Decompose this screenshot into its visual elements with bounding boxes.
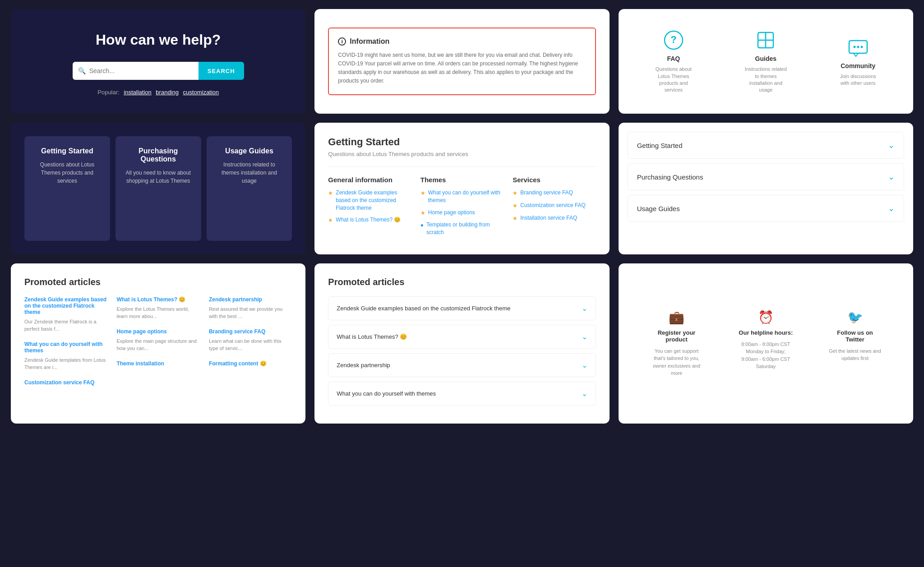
promo-desc-what-is-lotus: Explore the Lotus Themes world, learn mo… (116, 305, 199, 320)
promo-link-branding[interactable]: Branding service FAQ (209, 328, 292, 335)
search-button[interactable]: SEARCH (199, 62, 244, 80)
nav-item-community[interactable]: Community Join discussions with other us… (836, 36, 881, 87)
gs-link-installation[interactable]: ★ Installation service FAQ (513, 214, 596, 222)
nav-community-label: Community (841, 62, 875, 69)
faq-icon: ? (662, 29, 685, 51)
svg-point-8 (860, 46, 863, 48)
tag-installation[interactable]: installation (124, 89, 151, 96)
gs-col-general-title: General information (328, 176, 411, 184)
link-dot-icon: ★ (513, 215, 517, 222)
search-input[interactable] (89, 62, 193, 80)
categories-section: Getting Started Questions about Lotus Th… (11, 123, 305, 254)
social-register-desc: You can get support that's tailored to y… (650, 347, 704, 377)
briefcase-icon: 💼 (669, 310, 684, 325)
twitter-icon: 🐦 (847, 310, 863, 325)
cat-usage-desc: Instructions related to themes installat… (216, 161, 283, 185)
gs-col-services-title: Services (513, 176, 596, 184)
promo-link-what-you-can-do[interactable]: What you can do yourself with themes (24, 341, 107, 354)
popular-label: Popular: (97, 89, 119, 96)
accordion-usage-header[interactable]: Usage Guides ⌄ (628, 195, 904, 221)
nav-item-guides[interactable]: Guides Instructions related to themes in… (743, 29, 788, 94)
promo-link-zendesk-partner[interactable]: Zendesk partnership (209, 296, 292, 303)
nav-faq-label: FAQ (667, 55, 680, 62)
cat-usage-title: Usage Guides (225, 147, 273, 155)
gs-link-customization[interactable]: ★ Customization service FAQ (513, 202, 596, 210)
cat-getting-started[interactable]: Getting Started Questions about Lotus Th… (24, 136, 110, 241)
promo-desc-branding: Learn what can be done with this type of… (209, 337, 292, 352)
promoted-mid-title: Promoted articles (328, 277, 596, 287)
chevron-down-icon: ⌄ (582, 304, 587, 313)
accordion-usage: Usage Guides ⌄ (628, 195, 904, 222)
link-dot-icon: ★ (328, 189, 333, 197)
promo-link-what-is-lotus[interactable]: What is Lotus Themes? 😊 (116, 296, 199, 303)
promo-link-theme-install[interactable]: Theme installation (116, 360, 199, 367)
nav-guides-label: Guides (755, 55, 776, 62)
gs-col-themes-title: Themes (420, 176, 504, 184)
tag-branding[interactable]: branding (156, 89, 179, 96)
promo-acc-label-4: What you can do yourself with themes (337, 390, 436, 397)
gs-link-home-page[interactable]: ★ Home page options (420, 209, 504, 217)
promoted-left-section: Promoted articles Zendesk Guide examples… (11, 263, 305, 424)
gs-title: Getting Started (328, 136, 596, 148)
promo-link-formatting[interactable]: Formatting content 😊 (209, 360, 292, 367)
chevron-down-icon: ⌄ (582, 361, 587, 369)
promo-link-customization[interactable]: Customization service FAQ (24, 379, 107, 386)
popular-tags: Popular: installation branding customiza… (97, 89, 219, 96)
gs-link-what-is-lotus[interactable]: ★ What is Lotus Themes? 😊 (328, 216, 411, 224)
nav-community-desc: Join discussions with other users (836, 73, 881, 87)
promo-acc-label-1: Zendesk Guide examples based on the cust… (337, 305, 510, 312)
cat-purchasing[interactable]: Purchasing Questions All you need to kno… (116, 136, 201, 241)
accordion-getting-started-header[interactable]: Getting Started ⌄ (628, 132, 904, 158)
svg-text:?: ? (670, 34, 676, 45)
gs-col-services: Services ★ Branding service FAQ ★ Custom… (513, 176, 596, 241)
gs-link-what-you-can-do[interactable]: ★ What you can do yourself with themes (420, 189, 504, 204)
promo-link-home-page[interactable]: Home page options (116, 328, 199, 335)
accordion-section: Getting Started ⌄ Purchasing Questions ⌄… (619, 123, 913, 254)
community-icon (847, 36, 869, 59)
promo-col-1: Zendesk Guide examples based on the cust… (24, 296, 107, 388)
cat-purchasing-desc: All you need to know about shopping at L… (125, 169, 192, 185)
nav-section: ? FAQ Questions about Lotus Themes produ… (619, 9, 913, 114)
accordion-purchasing-label: Purchasing Questions (637, 173, 703, 181)
cat-usage-guides[interactable]: Usage Guides Instructions related to the… (207, 136, 292, 241)
accordion-purchasing-header[interactable]: Purchasing Questions ⌄ (628, 164, 904, 190)
promo-acc-label-3: Zendesk partnership (337, 362, 390, 369)
social-item-twitter[interactable]: 🐦 Follow us on Twitter Get the latest ne… (828, 310, 882, 362)
chevron-down-icon: ⌄ (888, 172, 895, 182)
search-bar: 🔍 SEARCH (73, 62, 244, 80)
accordion-purchasing: Purchasing Questions ⌄ (628, 163, 904, 190)
gs-columns: General information ★ Zendesk Guide exam… (328, 176, 596, 241)
cat-getting-started-desc: Questions about Lotus Themes products an… (33, 161, 101, 185)
hero-title: How can we help? (96, 32, 221, 48)
social-item-helpline[interactable]: ⏰ Our helpline hours: 8:00am - 8:00pm CS… (739, 310, 793, 370)
gs-link-zendesk-guide[interactable]: ★ Zendesk Guide examples based on the cu… (328, 189, 411, 212)
social-item-register[interactable]: 💼 Register your product You can get supp… (650, 310, 704, 377)
promo-col-3: Zendesk partnership Rest assured that we… (209, 296, 292, 388)
cat-purchasing-title: Purchasing Questions (125, 147, 192, 163)
search-input-wrap: 🔍 (73, 62, 199, 80)
tag-customization[interactable]: customization (183, 89, 219, 96)
guides-icon (754, 29, 777, 51)
link-dot-icon: ★ (420, 189, 425, 197)
svg-point-6 (853, 46, 855, 48)
gs-col-themes: Themes ★ What you can do yourself with t… (420, 176, 504, 241)
cat-getting-started-title: Getting Started (41, 147, 93, 155)
link-dot-icon: ★ (420, 209, 425, 217)
promo-acc-item-3[interactable]: Zendesk partnership ⌄ (328, 353, 596, 377)
promo-link-zendesk[interactable]: Zendesk Guide examples based on the cust… (24, 296, 107, 315)
promo-acc-item-4[interactable]: What you can do yourself with themes ⌄ (328, 382, 596, 406)
info-box: i Information COVID-19 might have sent u… (328, 28, 596, 96)
nav-item-faq[interactable]: ? FAQ Questions about Lotus Themes produ… (651, 29, 696, 94)
social-helpline-title: Our helpline hours: (739, 329, 793, 336)
promo-desc-zendesk-partner: Rest assured that we provide you with th… (209, 305, 292, 320)
promo-acc-item-1[interactable]: Zendesk Guide examples based on the cust… (328, 296, 596, 320)
chevron-down-icon: ⌄ (582, 389, 587, 398)
link-dot-icon: ★ (513, 202, 517, 210)
info-icon: i (338, 37, 346, 46)
link-dot-icon: ★ (328, 217, 333, 224)
gs-link-templates[interactable]: ● Templates or building from scratch (420, 221, 504, 236)
promoted-grid: Zendesk Guide examples based on the cust… (24, 296, 292, 388)
gs-link-branding[interactable]: ★ Branding service FAQ (513, 189, 596, 197)
social-section: 💼 Register your product You can get supp… (619, 263, 913, 424)
promo-acc-item-2[interactable]: What is Lotus Themes? 😊 ⌄ (328, 325, 596, 349)
